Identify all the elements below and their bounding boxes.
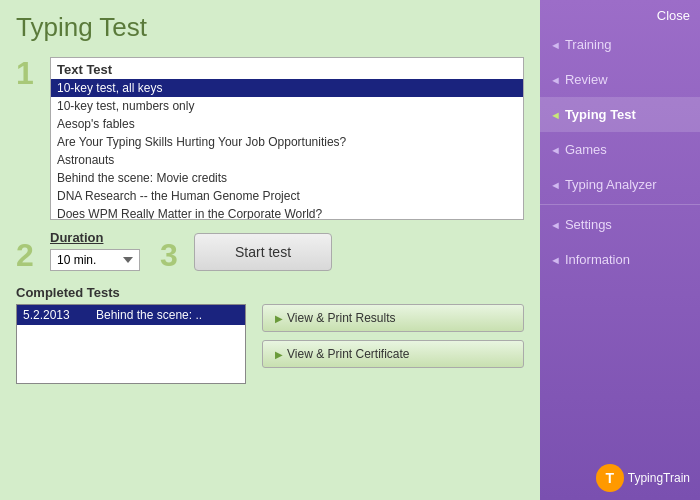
text-test-label: Text Test — [51, 58, 523, 79]
brand-logo: T TypingTrain — [596, 464, 690, 492]
duration-box: Duration 1 min.2 min.3 min.5 min.10 min.… — [50, 230, 140, 271]
sidebar-arrow-icon: ◄ — [550, 74, 561, 86]
sidebar-arrow-icon: ◄ — [550, 144, 561, 156]
brand-icon: T — [596, 464, 624, 492]
sidebar-arrow-icon: ◄ — [550, 254, 561, 266]
completed-title: Completed Tests — [16, 285, 524, 300]
section-3: Start test — [194, 233, 332, 271]
results-arrow-icon: ▶ — [275, 313, 283, 324]
completed-content: 5.2.2013Behind the scene: .. ▶ View & Pr… — [16, 304, 524, 384]
sidebar-arrow-icon: ◄ — [550, 109, 561, 121]
view-certificate-button[interactable]: ▶ View & Print Certificate — [262, 340, 524, 368]
completed-list-item[interactable]: 5.2.2013Behind the scene: .. — [17, 305, 245, 325]
duration-select[interactable]: 1 min.2 min.3 min.5 min.10 min.15 min.20… — [50, 249, 140, 271]
text-list-item[interactable]: Aesop's fables — [51, 115, 523, 133]
text-list-item[interactable]: 10-key test, all keys — [51, 79, 523, 97]
section-2-3: 2 Duration 1 min.2 min.3 min.5 min.10 mi… — [16, 230, 524, 271]
text-list-item[interactable]: Behind the scene: Movie credits — [51, 169, 523, 187]
text-list[interactable]: 10-key test, all keys10-key test, number… — [51, 79, 523, 219]
start-test-button[interactable]: Start test — [194, 233, 332, 271]
sidebar-item-label: Training — [565, 37, 611, 52]
sidebar-arrow-icon: ◄ — [550, 39, 561, 51]
view-results-button[interactable]: ▶ View & Print Results — [262, 304, 524, 332]
certificate-arrow-icon: ▶ — [275, 349, 283, 360]
sidebar-item-information[interactable]: ◄Information — [540, 242, 700, 277]
text-list-item[interactable]: Does WPM Really Matter in the Corporate … — [51, 205, 523, 219]
sidebar-item-settings[interactable]: ◄Settings — [540, 207, 700, 242]
sidebar-bottom: T TypingTrain — [540, 456, 700, 500]
step-2-number: 2 — [16, 239, 40, 271]
close-button[interactable]: Close — [540, 0, 700, 27]
sidebar-arrow-icon: ◄ — [550, 219, 561, 231]
step-3-number: 3 — [160, 239, 184, 271]
main-container: Typing Test 1 Text Test 10-key test, all… — [0, 0, 700, 500]
sidebar-item-label: Games — [565, 142, 607, 157]
text-list-item[interactable]: 10-key test, numbers only — [51, 97, 523, 115]
sidebar-item-label: Typing Analyzer — [565, 177, 657, 192]
sidebar-item-training[interactable]: ◄Training — [540, 27, 700, 62]
sidebar-item-label: Review — [565, 72, 608, 87]
text-test-box: Text Test 10-key test, all keys10-key te… — [50, 57, 524, 220]
sidebar-item-review[interactable]: ◄Review — [540, 62, 700, 97]
sidebar-arrow-icon: ◄ — [550, 179, 561, 191]
completed-list[interactable]: 5.2.2013Behind the scene: .. — [16, 304, 246, 384]
sidebar-item-typing-test[interactable]: ◄Typing Test — [540, 97, 700, 132]
sidebar: Close ◄Training◄Review◄Typing Test◄Games… — [540, 0, 700, 500]
text-list-item[interactable]: DNA Research -- the Human Genome Project — [51, 187, 523, 205]
completed-actions: ▶ View & Print Results ▶ View & Print Ce… — [262, 304, 524, 368]
section-1: 1 Text Test 10-key test, all keys10-key … — [16, 57, 524, 220]
sidebar-item-typing-analyzer[interactable]: ◄Typing Analyzer — [540, 167, 700, 202]
section-2: Duration 1 min.2 min.3 min.5 min.10 min.… — [50, 230, 140, 271]
content-area: Typing Test 1 Text Test 10-key test, all… — [0, 0, 540, 500]
sidebar-item-games[interactable]: ◄Games — [540, 132, 700, 167]
step-1-number: 1 — [16, 57, 40, 89]
sidebar-item-label: Information — [565, 252, 630, 267]
duration-label: Duration — [50, 230, 140, 245]
sidebar-item-label: Settings — [565, 217, 612, 232]
brand-name: TypingTrain — [628, 471, 690, 485]
sidebar-nav: ◄Training◄Review◄Typing Test◄Games◄Typin… — [540, 27, 700, 277]
page-title: Typing Test — [16, 12, 524, 43]
completed-section: Completed Tests 5.2.2013Behind the scene… — [16, 285, 524, 384]
text-list-item[interactable]: Astronauts — [51, 151, 523, 169]
text-list-item[interactable]: Are Your Typing Skills Hurting Your Job … — [51, 133, 523, 151]
sidebar-item-label: Typing Test — [565, 107, 636, 122]
